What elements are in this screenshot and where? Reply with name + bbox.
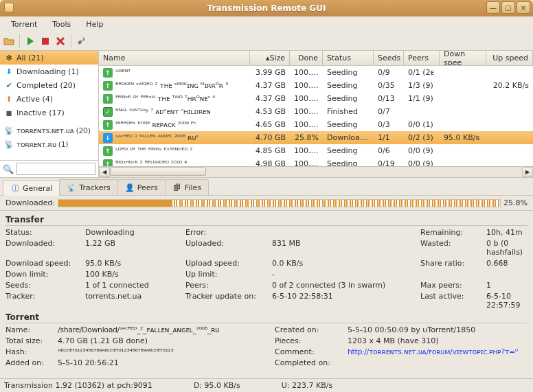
cell-size: 4.65 GB — [250, 120, 290, 129]
start-icon[interactable] — [24, 35, 36, 47]
horizontal-scrollbar[interactable]: ◀ ▶ — [99, 166, 533, 177]
completed-label: Completed on: — [275, 358, 343, 367]
torrent-grid: Name:/share/Download/ˢᴬᶜᴿᴱᴰ_²_ꜰᴀʟʟᴇɴ_ᴀɴɢ… — [5, 325, 528, 367]
lastactive-value: 6-5-10 22:57:59 — [486, 292, 528, 310]
close-button[interactable]: × — [517, 1, 530, 14]
status-label: Status: — [5, 228, 81, 237]
antenna-icon: 📡 — [67, 183, 76, 192]
cell-peers: 0/0 (1) — [404, 120, 440, 129]
tab-general[interactable]: ⓘGeneral — [3, 180, 60, 196]
column-name[interactable]: Name — [99, 51, 250, 65]
torrent-name: ᴹᴵᴿᴿᴼᴿˢ ᴱᴰᴳᴱ ʀᴇᴘᴀᴄᴋ ²⁰⁰⁹ ᴾᶜ — [115, 120, 196, 129]
status-icon: ↑ — [103, 68, 113, 78]
uploaded-label: Uploaded: — [185, 239, 268, 257]
delete-icon[interactable] — [54, 35, 67, 47]
downloaded-value: 1.22 GB — [85, 239, 181, 257]
cell-seeds: 0/7 — [374, 107, 404, 116]
scroll-right-icon[interactable]: ▶ — [522, 168, 533, 177]
tracker-label: Tracker: — [5, 292, 81, 310]
stop-icon[interactable] — [39, 35, 52, 47]
torrent-name: ᴾᴿᴵᴺᶜᴱ ᴼᶠ ᴾᴱᴿˢᴵᴬ ᴛʜᴇ ᵀᵂᴼ ᵀʜʀᴼɴᴇˢ ⁴ — [115, 94, 215, 103]
remaining-value: 10h, 41m — [486, 228, 528, 237]
scroll-thumb[interactable] — [110, 168, 206, 176]
table-row[interactable]: ↑ᴹᴵᴿᴿᴼᴿˢ ᴱᴰᴳᴱ ʀᴇᴘᴀᴄᴋ ²⁰⁰⁹ ᴾᶜ4.65 GB100.0… — [99, 118, 533, 131]
peers-value: 0 of 2 connected (3 in swarm) — [272, 281, 416, 290]
table-row[interactable]: ↑ᴾᴿᴵᴺᶜᴱ ᴼᶠ ᴾᴱᴿˢᴵᴬ ᴛʜᴇ ᵀᵂᴼ ᵀʜʀᴼɴᴇˢ ⁴4.37 … — [99, 92, 533, 105]
uplimit-label: Up limit: — [185, 270, 268, 279]
table-row[interactable]: ↑ᴮᴵᴼˢᴴᴼᶜᴷ ² ᴿᴱᴸᴼᴬᴰᴱᴰ ²⁰¹⁰ ⁴4.98 GB100.0%… — [99, 157, 533, 166]
bottom-panel: ⓘGeneral 📡Trackers 👤Peers 🗐Files Downloa… — [0, 178, 533, 378]
column-down[interactable]: Down spee — [440, 51, 486, 65]
tab-peers[interactable]: 👤Peers — [117, 179, 166, 195]
column-up[interactable]: Up speed — [486, 51, 533, 65]
cell-down: 95.0 KB/s — [440, 133, 486, 142]
maximize-button[interactable]: ▢ — [501, 1, 515, 14]
menu-torrent[interactable]: Torrent — [4, 19, 44, 30]
downloaded-label: Downloaded: — [5, 239, 81, 257]
table-row[interactable]: ↓ˢᴬᶜᴿᴱᴰ ² ᶠᴬᴸᴸᴱᴺ ᴬᴺᴳᴱᴸ ²⁰⁰⁸ ʀᴜˢ4.70 GB25… — [99, 131, 533, 144]
asterisk-icon: ✻ — [4, 53, 14, 62]
filter-label: Completed (20) — [16, 81, 76, 90]
menu-help[interactable]: Help — [79, 19, 110, 30]
upspeed-label: Upload speed: — [185, 259, 268, 268]
cell-status: Downloading — [323, 133, 374, 142]
minimize-button[interactable]: — — [486, 1, 500, 14]
filter-completed[interactable]: ✔Completed (20) — [0, 78, 98, 92]
tab-label: Peers — [137, 183, 158, 192]
column-status[interactable]: Status — [323, 51, 374, 65]
open-icon[interactable] — [3, 35, 15, 47]
column-peers[interactable]: Peers — [404, 51, 440, 65]
filter-inactive[interactable]: ◼Inactive (17) — [0, 106, 98, 119]
wasted-value: 0 b (0 hashfails) — [486, 239, 528, 257]
scroll-left-icon[interactable]: ◀ — [99, 168, 110, 177]
settings-icon[interactable] — [76, 35, 88, 47]
list-body[interactable]: ↑ᴬᴳᴱᴺᵀ3.99 GB100.0%Seeding0/90/1 (2ᴇ↑ᴮᴿᴼ… — [99, 66, 533, 166]
pieces-value: 1203 x 4 MB (have 310) — [348, 336, 528, 345]
cell-size: 3.99 GB — [250, 68, 290, 77]
cell-peers: 0/1 (2ᴇ — [404, 68, 440, 77]
table-row[interactable]: ✓ᶠᴵᴺᴬᴸ ᶠᴬᴺᵀᴬˢʸ ⁷ ᴀᴅᵛᴇɴᴛ ᶜʜɪʟᴅʀᴇɴ4.53 GB1… — [99, 105, 533, 118]
cell-status: Seeding — [323, 68, 374, 77]
tab-files[interactable]: 🗐Files — [165, 179, 209, 195]
filter-label: ᴛᴏʀʀᴇɴᴛs.ɴᴇᴛ.ᴜᴀ (20) — [16, 126, 91, 135]
column-size[interactable]: ▴ Size — [250, 51, 290, 65]
svg-rect-0 — [42, 38, 49, 45]
table-row[interactable]: ↑ᴬᴳᴱᴺᵀ3.99 GB100.0%Seeding0/90/1 (2ᴇ — [99, 66, 533, 79]
filter-downloading[interactable]: ⬇Downloading (1) — [0, 65, 98, 78]
column-done[interactable]: Done — [290, 51, 323, 65]
cell-size: 4.37 GB — [250, 94, 290, 103]
filter-all[interactable]: ✻All (21) — [0, 51, 98, 65]
cell-peers: 0/2 (3) — [404, 133, 440, 142]
torrent-name: ᴸᴼᴿᴰ ᴼᶠ ᵀᴴᴱ ᴿᴵᴺᴳˢ ᴱˣᵀᴱᴺᴰᴱᴰ ² — [115, 146, 192, 155]
filter-active[interactable]: ⬆Active (4) — [0, 92, 98, 106]
down-arrow-icon: ⬇ — [4, 67, 14, 76]
filter-label: ᴛᴏʀʀᴇɴᴛ.ʀᴜ (1) — [16, 140, 68, 149]
filter-list: ✻All (21) ⬇Downloading (1) ✔Completed (2… — [0, 51, 98, 160]
tab-bar: ⓘGeneral 📡Trackers 👤Peers 🗐Files — [0, 178, 533, 196]
cell-peers: 0/0 (9) — [404, 159, 440, 166]
statusbar: Transmission 1.92 (10362) at pch:9091 D:… — [0, 378, 533, 392]
person-icon: 👤 — [125, 183, 135, 192]
maxpeers-label: Max peers: — [420, 281, 482, 290]
ratio-value: 0.668 — [486, 259, 528, 268]
uplimit-value: - — [272, 270, 416, 279]
status-left: Transmission 1.92 (10362) at pch:9091 — [4, 381, 152, 390]
filter-tracker-2[interactable]: 📡ᴛᴏʀʀᴇɴᴛ.ʀᴜ (1) — [0, 137, 98, 151]
cell-seeds: 0/9 — [374, 68, 404, 77]
cell-done: 100.0% — [290, 94, 323, 103]
tab-label: Trackers — [79, 183, 110, 192]
comment-value[interactable]: http://ᴛᴏʀʀᴇɴᴛs.ɴᴇᴛ.ᴜᴀ/ꜰᴏʀᴜᴍ/ᴠɪᴇᴡᴛᴏᴘɪᴄ.ᴘ… — [348, 347, 528, 356]
table-row[interactable]: ↑ᴸᴼᴿᴰ ᴼᶠ ᵀᴴᴱ ᴿᴵᴺᴳˢ ᴱˣᵀᴱᴺᴰᴱᴰ ²4.85 GB100.… — [99, 144, 533, 157]
tab-label: Files — [185, 183, 201, 192]
tab-trackers[interactable]: 📡Trackers — [59, 179, 117, 195]
column-seeds[interactable]: Seeds — [374, 51, 404, 65]
status-icon: ↑ — [103, 146, 113, 156]
cell-done: 25.8% — [290, 133, 323, 142]
seeds-value: 1 of 1 connected — [85, 281, 181, 290]
menu-tools[interactable]: Tools — [45, 19, 78, 30]
table-row[interactable]: ↑ᴮᴿᴼᴷᴱᴺ ˢᵂᴼᴿᴰ ² ᴛʜᴇ ˢᴹᴼᴷɪɴɢ ᴹɪʀʀᴼʀ ³4.37… — [99, 79, 533, 92]
search-input[interactable] — [16, 163, 95, 175]
filter-tracker-1[interactable]: 📡ᴛᴏʀʀᴇɴᴛs.ɴᴇᴛ.ᴜᴀ (20) — [0, 124, 98, 137]
cell-status: Seeding — [323, 81, 374, 90]
downloaded-pct: 25.8% — [503, 198, 528, 207]
